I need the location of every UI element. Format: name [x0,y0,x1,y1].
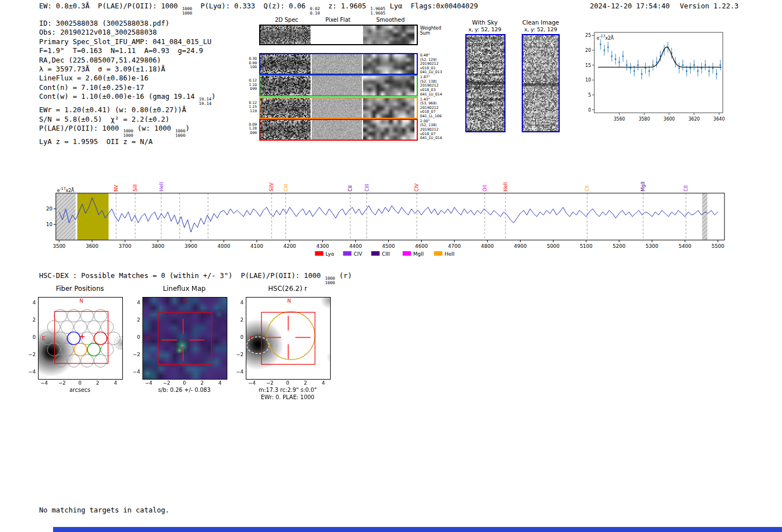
fiber-circle [47,320,60,333]
x-tick-label: 2 [196,380,209,386]
row-smoothed-image [363,98,414,118]
legend-swatch [315,251,323,256]
x-tick-label: 3620 [688,117,699,122]
y-tick-label: 20 [585,48,591,53]
legend-swatch [371,251,380,256]
fiber-circle [88,320,101,333]
y-tick-label: −2 [230,352,244,357]
compass-north-label: N [183,298,187,304]
data-point [719,64,721,66]
info-line: LineFlux = 2.60(±0.86)e-16 [39,74,216,83]
y-tick-label: 2 [230,317,244,323]
stacked-fraction: 10001000 [123,129,133,137]
line-marker-label: OII [482,185,488,191]
legend-swatch [434,251,442,256]
weighted-sum-flat-blank [312,26,362,44]
data-point [622,55,624,57]
data-point [626,64,628,66]
row-pixel-flat-image [312,120,362,140]
panel-title: HSC(26.2) r [246,285,330,293]
fiber-cutout-row [259,119,418,141]
with-sky-image [465,34,506,132]
x-tick-label: 2 [299,380,312,386]
y-tick-label: 2 [127,317,140,323]
data-point [716,73,717,75]
compass-east-label: E [146,336,150,341]
lineflux-map-overlay: NE [143,298,227,379]
panel-xlabel2: EWr: 0. PLAE: 1000 [240,394,335,400]
hsc-r-overlay: NE [246,298,330,379]
x-tick-label: 5000 [547,243,560,249]
full-spectrum-plot: 3500360037003800390040004100420043004400… [39,171,735,259]
aperture-circle [267,311,315,360]
info-line: Cont(n) = 7.10(±0.25)e-17 [39,83,216,92]
data-point [600,44,602,45]
line-marker-label: MgII [640,181,646,191]
clean-image [522,34,560,132]
header-version: Version 1.22.3 [680,2,738,10]
stacked-fraction: 0.020.10 [310,7,320,15]
row-2d-spec-image [260,54,311,74]
fit-annotation: e-17x2Å [597,34,614,41]
fiber-cutout-row [259,97,418,119]
data-point [641,73,642,75]
line-marker-label: CIII [283,184,289,191]
row-weight-labels: 0.12 1.10 099 [244,79,257,92]
data-point [652,64,654,66]
fiber-circle [61,343,74,356]
fiber-circle [94,354,107,367]
x-tick-label: −2 [160,380,173,386]
y-tick-label: 10 [46,222,53,227]
masked-region [702,193,707,240]
weighted-sum-2d-image [260,26,311,44]
line-marker-label: NV [113,185,119,191]
x-tick-label: 3640 [713,117,724,122]
x-tick-label: 4300 [316,243,329,249]
line-marker-label: CII [584,185,590,191]
data-point [682,64,684,66]
label-smoothed: Smoothed [364,17,417,23]
x-tick-label: 3500 [53,243,65,249]
x-tick-label: −2 [55,380,69,386]
panel-title: Lineflux Map [142,285,226,293]
legend-label: CIV [354,251,363,257]
stacked-fraction: 19.1419.14 [199,97,212,106]
header-datetime: 2024-12-20 17:54:40 [590,2,670,10]
y-tick-label: −2 [127,352,140,357]
superscript: -17 [599,34,605,39]
header-meta: 2024-12-20 17:54:40Version 1.22.3 [590,2,738,10]
data-point [656,61,657,63]
stacked-fraction: 10001000 [182,7,192,15]
row-fiber-id-labels: 2.00" (52, 138) 20190212 v018_07 041_LU_… [420,119,442,141]
x-tick-label: −4 [37,380,51,386]
x-tick-label: 3560 [613,117,624,122]
legend-label: Lyα [326,251,335,257]
fiber-circle-selected [68,332,80,345]
row-weight-labels: 0.12 1.15 119 [244,101,257,114]
weighted-label-line2: Sum [420,31,441,36]
fiber-circle [47,343,60,356]
data-point [649,70,650,72]
x-tick-label: 4500 [382,243,395,249]
weighted-label-line1: Weighted [420,26,441,31]
fiber-circle-selected [94,332,107,345]
x-tick-label: 5100 [580,243,593,249]
x-tick-label: −4 [245,380,259,386]
header-summary: EW: 0.8±0.3Å P(LAE)/P(OII): 1000 1000100… [39,2,478,15]
panel-plot-area: NE [142,297,227,380]
y-tick-label: 0 [588,108,591,113]
row-fiber-id-labels: 0.48" (52, 129) 20190212 v018_01 041_LU_… [420,54,442,75]
line-marker-label: CII [683,185,689,191]
y-tick-label: 4 [22,300,36,305]
info-line: S/N = 5.8(±0.5) χ² = 2.2(±0.2) [39,115,216,124]
fiber-circle [74,320,87,333]
panel-plot-area: NE [38,297,123,380]
clean-image-title: Clean Image [514,19,568,26]
x-tick-label: 5400 [679,243,692,249]
info-line: RA,Dec (225.085007,51.429806) [39,56,216,65]
x-tick-label: 4200 [283,243,296,249]
line-marker-label: SiII [132,184,138,191]
compass-north-label: N [79,298,83,304]
legend-label: CIII [382,251,390,257]
y-tick-label: 2 [22,317,36,323]
